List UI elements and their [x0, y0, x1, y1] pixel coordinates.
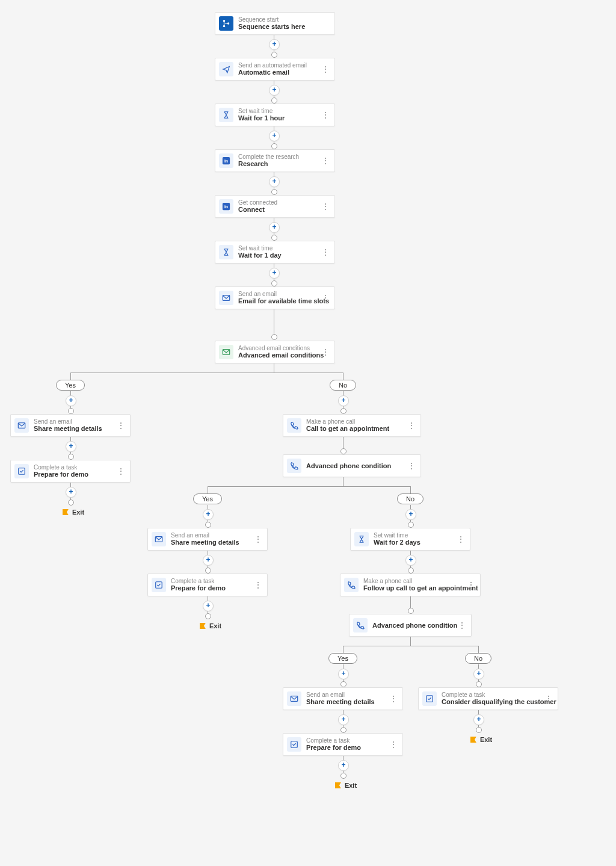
node-call-appointment[interactable]: Make a phone call Call to get an appoint… — [283, 414, 421, 437]
label: Send an email — [34, 418, 102, 425]
node-research[interactable]: in Complete the research Research ⋮ — [215, 149, 335, 172]
svg-rect-12 — [156, 582, 162, 589]
label: Set wait time — [238, 108, 285, 115]
mail-condition-icon — [219, 345, 233, 359]
more-menu[interactable]: ⋮ — [543, 694, 554, 703]
add-step-button[interactable]: + — [338, 669, 349, 679]
node-share-meeting-details-c[interactable]: Send an email Share meeting details ⋮ — [283, 687, 403, 710]
node-disqualify-customer[interactable]: Complete a task Consider disqualifying t… — [418, 687, 558, 710]
node-advanced-phone-condition-1[interactable]: Advanced phone condition ⋮ — [283, 454, 421, 477]
add-step-button[interactable]: + — [203, 601, 214, 611]
node-advanced-phone-condition-2[interactable]: Advanced phone condition ⋮ — [349, 614, 472, 637]
title: Advanced phone condition — [372, 622, 457, 629]
node-share-meeting-details-b[interactable]: Send an email Share meeting details ⋮ — [147, 528, 268, 551]
node-prepare-demo-b[interactable]: Complete a task Prepare for demo ⋮ — [147, 574, 268, 596]
add-step-button[interactable]: + — [338, 395, 349, 406]
add-step-button[interactable]: + — [473, 714, 484, 725]
add-step-button[interactable]: + — [203, 509, 214, 520]
node-wait-2-days[interactable]: Set wait time Wait for 2 days ⋮ — [350, 528, 470, 551]
more-menu[interactable]: ⋮ — [388, 694, 399, 703]
svg-text:in: in — [224, 159, 228, 163]
more-menu[interactable]: ⋮ — [320, 156, 331, 165]
more-menu[interactable]: ⋮ — [320, 202, 331, 211]
flag-icon — [200, 623, 206, 629]
add-step-button[interactable]: + — [269, 222, 280, 233]
node-connect[interactable]: in Get connected Connect ⋮ — [215, 195, 335, 218]
add-step-button[interactable]: + — [405, 509, 416, 520]
connector-dot — [68, 454, 74, 460]
node-sequence-start[interactable]: Sequence start Sequence starts here — [215, 12, 335, 35]
add-step-button[interactable]: + — [269, 39, 280, 50]
add-step-button[interactable]: + — [269, 176, 280, 187]
node-prepare-demo-a[interactable]: Complete a task Prepare for demo ⋮ — [10, 460, 131, 483]
add-step-button[interactable]: + — [203, 555, 214, 566]
more-menu[interactable]: ⋮ — [253, 581, 263, 589]
node-automatic-email[interactable]: Send an automated email Automatic email … — [215, 58, 335, 81]
connector — [410, 486, 411, 493]
connector-dot — [340, 727, 346, 733]
more-menu[interactable]: ⋮ — [466, 581, 476, 589]
node-share-meeting-details-a[interactable]: Send an email Share meeting details ⋮ — [10, 414, 131, 437]
connector-dot — [271, 143, 277, 149]
label: Make a phone call — [363, 578, 466, 585]
connector-dot — [340, 681, 346, 687]
flag-icon — [63, 509, 69, 515]
connector-dot — [271, 97, 277, 104]
add-step-button[interactable]: + — [66, 395, 76, 406]
branch-pill-yes: Yes — [193, 493, 222, 504]
task-icon — [14, 464, 29, 478]
more-menu[interactable]: ⋮ — [320, 111, 331, 119]
title: Sequence starts here — [238, 23, 305, 31]
more-menu[interactable]: ⋮ — [406, 462, 417, 470]
add-step-button[interactable]: + — [338, 760, 349, 771]
phone-condition-icon — [287, 459, 301, 473]
label: Set wait time — [374, 532, 420, 539]
title: Prepare for demo — [34, 471, 88, 478]
more-menu[interactable]: ⋮ — [253, 535, 263, 543]
connector-dot — [340, 448, 346, 454]
title: Share meeting details — [34, 425, 102, 433]
more-menu[interactable]: ⋮ — [320, 248, 331, 256]
connector-dot — [271, 235, 277, 241]
node-prepare-demo-c[interactable]: Complete a task Prepare for demo ⋮ — [283, 733, 403, 756]
exit-label: Exit — [200, 622, 221, 629]
node-followup-call[interactable]: Make a phone call Follow up call to get … — [340, 574, 481, 596]
more-menu[interactable]: ⋮ — [406, 421, 417, 430]
exit-label: Exit — [335, 782, 357, 789]
title: Advanced email conditions — [238, 351, 320, 359]
more-menu[interactable]: ⋮ — [320, 294, 331, 302]
add-step-button[interactable]: + — [473, 669, 484, 679]
add-step-button[interactable]: + — [269, 268, 280, 279]
label: Complete a task — [306, 737, 361, 744]
connector-dot — [205, 522, 211, 528]
more-menu[interactable]: ⋮ — [388, 740, 399, 749]
add-step-button[interactable]: + — [269, 131, 280, 141]
add-step-button[interactable]: + — [269, 85, 280, 96]
phone-icon — [344, 578, 359, 592]
more-menu[interactable]: ⋮ — [320, 65, 331, 73]
add-step-button[interactable]: + — [66, 487, 76, 498]
node-wait-1-day[interactable]: Set wait time Wait for 1 day ⋮ — [215, 241, 335, 264]
branch-pill-yes: Yes — [56, 380, 85, 391]
node-wait-1-hour[interactable]: Set wait time Wait for 1 hour ⋮ — [215, 104, 335, 126]
title: Call to get an appointment — [306, 425, 389, 433]
add-step-button[interactable]: + — [66, 441, 76, 452]
linkedin-icon: in — [219, 153, 233, 168]
title: Automatic email — [238, 69, 307, 76]
more-menu[interactable]: ⋮ — [320, 348, 331, 356]
title: Wait for 1 hour — [238, 114, 285, 122]
task-icon — [422, 691, 437, 706]
label: Make a phone call — [306, 418, 389, 425]
branch-pill-yes: Yes — [328, 653, 357, 664]
add-step-button[interactable]: + — [405, 555, 416, 566]
more-menu[interactable]: ⋮ — [116, 421, 126, 430]
hourglass-icon — [219, 245, 233, 259]
more-menu[interactable]: ⋮ — [457, 621, 467, 629]
node-email-timeslots[interactable]: Send an email Email for available time s… — [215, 286, 335, 309]
more-menu[interactable]: ⋮ — [116, 467, 126, 475]
connector — [410, 637, 411, 646]
add-step-button[interactable]: + — [338, 714, 349, 725]
more-menu[interactable]: ⋮ — [455, 535, 466, 543]
node-advanced-email-conditions[interactable]: Advanced email conditions Advanced email… — [215, 341, 335, 363]
connector-dot — [340, 773, 346, 779]
